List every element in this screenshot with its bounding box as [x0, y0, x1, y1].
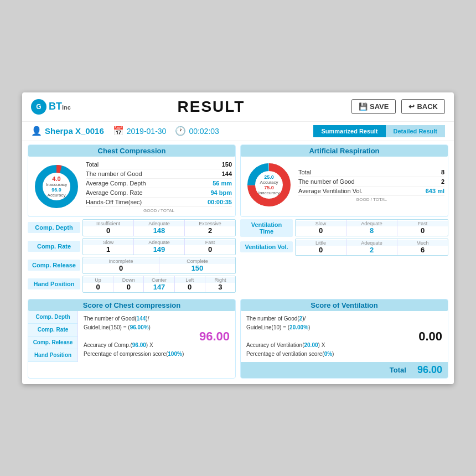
- panels-row: Chest Compression 4.0 I: [28, 144, 448, 217]
- comp-release-row: Comp. Release Incomplete 0 Complete 150: [28, 257, 236, 274]
- tab-detailed[interactable]: Detailed Result: [386, 125, 445, 137]
- metrics-section: Comp. Depth Insufficient 0 Adequate 148 …: [28, 219, 448, 294]
- chest-score-content: The number of Good(144)/ GuideLine(150) …: [78, 311, 235, 362]
- chest-inaccuracy-pct: 4.0: [46, 175, 68, 182]
- hand-pos-right: Right 3: [205, 276, 235, 292]
- user-name: Sherpa X_0016: [45, 126, 104, 136]
- back-button[interactable]: ↩ BACK: [401, 99, 445, 114]
- resp-stat-vol: Average Ventilation Vol. 643 ml: [298, 187, 444, 196]
- hand-position-data: Up 0 Down 0 Center 147 Left: [82, 276, 236, 293]
- vent-score-good: 2: [299, 315, 303, 322]
- hand-pos-up: Up 0: [83, 276, 113, 292]
- score-section: Score of Chest compression Comp. Depth C…: [28, 299, 448, 379]
- chest-good-total: GOOD / TOTAL: [86, 208, 232, 213]
- clock-icon: 🕐: [175, 126, 186, 136]
- header-buttons: 💾 SAVE ↩ BACK: [351, 99, 445, 114]
- chest-inaccuracy-text: Inaccuracy: [46, 182, 68, 187]
- vent-score-panel: Score of Ventilation The number of Good(…: [240, 299, 448, 379]
- vent-vol-data: Little 0 Adequate 2 Much 6: [295, 239, 448, 256]
- resp-inaccuracy-text: Inaccuracy: [258, 190, 280, 195]
- chest-accuracy-pct: 96.0: [46, 187, 68, 193]
- vent-vol-much: Much 6: [397, 239, 448, 255]
- total-label: Total: [390, 366, 406, 374]
- comp-rate-adequate: Adequate 149: [134, 239, 185, 255]
- vent-score-inner: The number of Good(2)/ GuideLine(10) = (…: [246, 314, 442, 359]
- score-label-hand-position: Hand Position: [28, 349, 77, 362]
- chest-score-labels: Comp. Depth Comp. Rate Comp. Release Han…: [28, 311, 78, 362]
- resp-stat-total: Total 8: [298, 168, 444, 177]
- comp-rate-slow: Slow 1: [83, 239, 134, 255]
- vent-time-label: Ventilation Time: [240, 219, 293, 237]
- back-label: BACK: [417, 102, 438, 111]
- vent-time-adequate: Adequate 8: [346, 220, 397, 236]
- chest-stat-handsoff: Hands-Off Time(sec) 00:00:35: [86, 198, 232, 207]
- comp-release-incomplete: Incomplete 0: [83, 257, 159, 273]
- hand-position-row: Hand Position Up 0 Down 0 Center 147: [28, 276, 236, 293]
- date-value: 2019-01-30: [127, 127, 167, 136]
- vent-score-header: Score of Ventilation: [241, 299, 448, 311]
- hand-pos-center: Center 147: [144, 276, 174, 292]
- resp-stats: Total 8 The number of Good 2 Average Ven…: [298, 168, 444, 202]
- tab-buttons: Summarized Result Detailed Result: [313, 125, 445, 137]
- chest-score-body: Comp. Depth Comp. Rate Comp. Release Han…: [28, 311, 235, 362]
- chest-stat-depth: Average Comp. Depth 56 mm: [86, 179, 232, 188]
- page-title: RESULT: [177, 98, 245, 116]
- resp-accuracy-pct: 25.0: [258, 174, 280, 180]
- score-label-comp-depth: Comp. Depth: [28, 311, 77, 324]
- comp-rate-data: Slow 1 Adequate 149 Fast 0: [82, 238, 236, 255]
- vent-vol-adequate: Adequate 2: [346, 239, 397, 255]
- chest-score-guideline-pct: 96.00%: [130, 324, 149, 330]
- vent-vol-label: Ventilation Vol.: [240, 241, 293, 252]
- chest-stats: Total 150 The number of Good 144 Average…: [86, 160, 232, 213]
- user-icon: 👤: [31, 126, 42, 136]
- comp-depth-row: Comp. Depth Insufficient 0 Adequate 148 …: [28, 219, 236, 236]
- vent-metrics: Ventilation Time Slow 0 Adequate 8 Fast: [240, 219, 448, 294]
- comp-depth-adequate: Adequate 148: [134, 220, 185, 236]
- total-row: Total 96.00: [241, 362, 448, 378]
- hand-position-label: Hand Position: [28, 278, 80, 289]
- vent-score-text: The number of Good(2)/ GuideLine(10) = (…: [246, 314, 334, 359]
- save-button[interactable]: 💾 SAVE: [351, 99, 396, 114]
- logo-bt: BT: [49, 101, 62, 112]
- chest-panel: Chest Compression 4.0 I: [28, 144, 236, 217]
- respiration-panel: Artificial Respiration 25.0 Accuracy: [240, 144, 448, 217]
- score-row: Score of Chest compression Comp. Depth C…: [28, 299, 448, 379]
- comp-depth-data: Insufficient 0 Adequate 148 Excessive 2: [82, 219, 236, 236]
- resp-accuracy-text: Accuracy: [258, 180, 280, 185]
- resp-donut: 25.0 Accuracy 75.0 Inaccuracy: [244, 160, 294, 210]
- vent-score-accuracy: 20.00: [304, 342, 318, 348]
- chest-stat-rate: Average Comp. Rate 94 bpm: [86, 188, 232, 198]
- chest-accuracy-text: Accuracy: [46, 193, 68, 198]
- main-card: G BTinc RESULT 💾 SAVE ↩ BACK 👤 Sherpa X_…: [22, 92, 454, 384]
- logo-icon: G: [31, 99, 46, 115]
- tab-summarized[interactable]: Summarized Result: [313, 125, 385, 137]
- calendar-icon: 📅: [113, 126, 124, 136]
- chest-score-pct: 100%: [168, 351, 182, 357]
- hand-pos-left: Left 0: [175, 276, 205, 292]
- resp-stat-good: The number of Good 2: [298, 177, 444, 187]
- vent-vol-little: Little 0: [296, 239, 346, 255]
- vent-time-slow: Slow 0: [296, 220, 346, 236]
- chest-section-header: Chest Compression: [28, 145, 235, 157]
- info-row: 👤 Sherpa X_0016 📅 2019-01-30 🕐 00:02:03 …: [22, 122, 454, 141]
- time-info: 🕐 00:02:03: [175, 126, 219, 136]
- vent-time-data: Slow 0 Adequate 8 Fast 0: [295, 219, 448, 236]
- chest-score-text: The number of Good(144)/ GuideLine(150) …: [84, 314, 184, 359]
- main-content: Chest Compression 4.0 I: [22, 144, 454, 384]
- chest-panel-body: 4.0 Inaccuracy 96.0 Accuracy Total 150 T…: [28, 157, 235, 216]
- vent-time-fast: Fast 0: [397, 220, 448, 236]
- save-label: SAVE: [370, 102, 389, 111]
- info-left: 👤 Sherpa X_0016 📅 2019-01-30 🕐 00:02:03: [31, 126, 219, 136]
- score-label-comp-rate: Comp. Rate: [28, 324, 77, 337]
- vent-score-guideline-pct: 20.00%: [289, 324, 308, 330]
- logo: G BTinc: [31, 99, 71, 115]
- comp-rate-fast: Fast 0: [185, 239, 235, 255]
- resp-good-total: GOOD / TOTAL: [298, 197, 444, 202]
- hand-pos-down: Down 0: [113, 276, 144, 292]
- comp-release-complete: Complete 150: [159, 257, 235, 273]
- comp-metrics: Comp. Depth Insufficient 0 Adequate 148 …: [28, 219, 236, 294]
- resp-panel-body: 25.0 Accuracy 75.0 Inaccuracy Total 8 Th…: [241, 157, 448, 213]
- comp-depth-label: Comp. Depth: [28, 222, 80, 233]
- resp-inaccuracy-pct: 75.0: [258, 185, 280, 190]
- vent-vol-row: Ventilation Vol. Little 0 Adequate 2 Muc…: [240, 239, 448, 256]
